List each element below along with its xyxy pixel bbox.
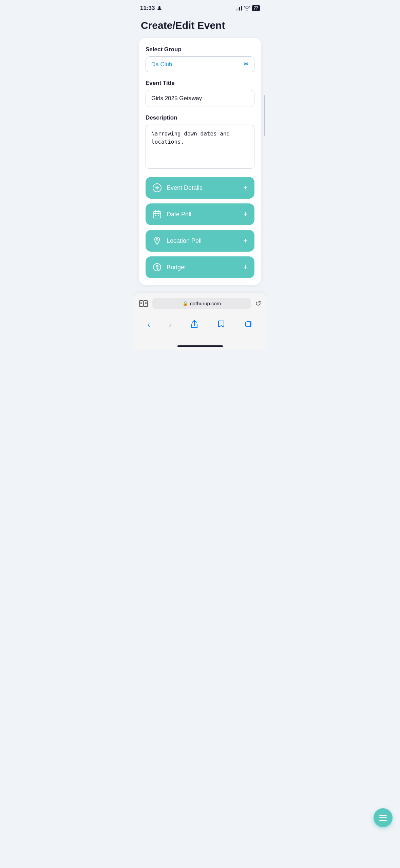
lock-icon: 🔒 bbox=[183, 301, 188, 306]
location-poll-button[interactable]: Location Poll + bbox=[146, 230, 254, 252]
back-button[interactable]: ‹ bbox=[144, 319, 153, 331]
tabs-button[interactable] bbox=[241, 319, 256, 331]
svg-rect-2 bbox=[153, 212, 161, 218]
date-poll-button[interactable]: Date Poll + bbox=[146, 203, 254, 225]
wifi-icon bbox=[244, 6, 250, 11]
location-poll-plus-icon: + bbox=[243, 237, 248, 245]
svg-rect-3 bbox=[155, 215, 156, 216]
forward-button[interactable]: › bbox=[166, 319, 175, 331]
svg-point-5 bbox=[156, 239, 158, 240]
share-button[interactable] bbox=[187, 318, 202, 332]
circle-plus-icon bbox=[152, 183, 162, 193]
svg-point-0 bbox=[158, 6, 160, 8]
select-group-wrapper: Da Club bbox=[146, 56, 254, 72]
date-poll-plus-icon: + bbox=[243, 211, 248, 218]
person-icon bbox=[157, 5, 162, 11]
description-input[interactable]: Narrowing down dates and locations. bbox=[146, 125, 254, 169]
event-details-plus-icon: + bbox=[243, 184, 248, 192]
browser-url: gathurup.com bbox=[190, 301, 221, 306]
status-icons: 77 bbox=[236, 5, 260, 11]
event-title-input[interactable] bbox=[146, 90, 254, 107]
status-bar: 11:33 77 bbox=[133, 0, 267, 14]
bookmarks-button[interactable] bbox=[214, 319, 229, 331]
page-title: Create/Edit Event bbox=[141, 20, 259, 31]
reload-button[interactable]: ↺ bbox=[255, 299, 261, 308]
budget-label: Budget bbox=[167, 264, 186, 271]
map-pin-icon bbox=[152, 236, 162, 246]
battery-indicator: 77 bbox=[252, 5, 260, 11]
page-header: Create/Edit Event bbox=[133, 14, 267, 38]
status-time: 11:33 bbox=[140, 5, 162, 12]
location-poll-label: Location Poll bbox=[167, 237, 202, 245]
browser-reader-icon[interactable] bbox=[139, 300, 148, 307]
event-title-label: Event Title bbox=[146, 80, 254, 87]
budget-button[interactable]: Budget + bbox=[146, 256, 254, 278]
description-label: Description bbox=[146, 114, 254, 121]
browser-bar: 🔒 gathurup.com ↺ bbox=[133, 293, 267, 314]
dollar-icon bbox=[152, 263, 162, 272]
signal-bars bbox=[236, 6, 242, 11]
svg-rect-4 bbox=[158, 215, 159, 216]
action-buttons-section: Event Details + Date Poll + bbox=[146, 177, 254, 278]
event-details-label: Event Details bbox=[167, 184, 203, 192]
scroll-indicator bbox=[264, 95, 265, 136]
bottom-nav: ‹ › bbox=[133, 314, 267, 341]
date-poll-label: Date Poll bbox=[167, 211, 191, 218]
budget-plus-icon: + bbox=[243, 264, 248, 271]
home-indicator bbox=[177, 345, 223, 347]
address-bar[interactable]: 🔒 gathurup.com bbox=[152, 298, 251, 309]
svg-rect-13 bbox=[246, 322, 250, 327]
select-group-label: Select Group bbox=[146, 46, 254, 53]
main-form-card: Select Group Da Club Event Title Descrip… bbox=[139, 38, 261, 285]
event-details-button[interactable]: Event Details + bbox=[146, 177, 254, 199]
calendar-icon bbox=[152, 210, 162, 219]
select-group-dropdown[interactable]: Da Club bbox=[146, 56, 254, 72]
